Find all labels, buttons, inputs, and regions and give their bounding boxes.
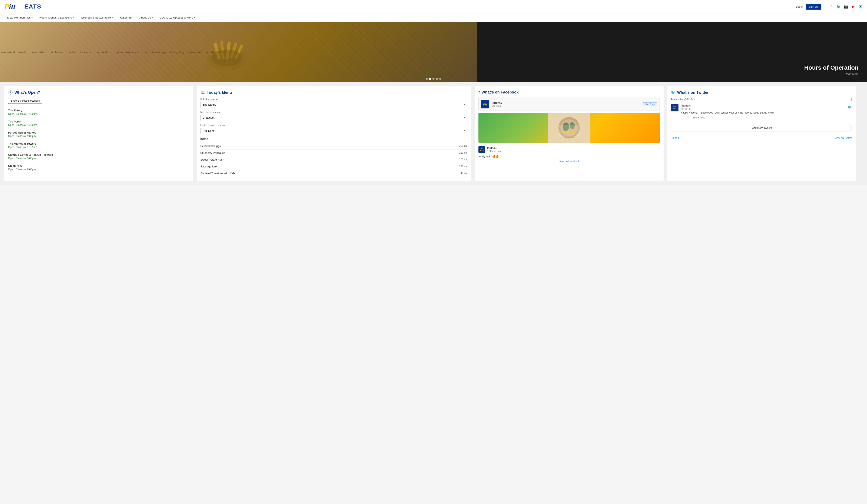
retweet-icon[interactable]: ↪ [687, 116, 689, 119]
like-icon[interactable]: ♡ [681, 116, 683, 119]
main-nav: Meal Memberships ▾ Hours, Menus & Locati… [0, 13, 867, 22]
hero-read-more[interactable]: Read more [837, 73, 858, 76]
list-item: The Market at Towers Open. Closes at 11:… [8, 140, 189, 151]
fb-like-button[interactable]: Like Page [643, 102, 657, 106]
fb-page-avatar: PITTEATS [481, 100, 489, 108]
view-on-facebook-link[interactable]: View on Facebook [479, 160, 660, 163]
menu-item-name: Blueberry Pancakes [201, 151, 225, 154]
facebook-brand-icon: f [659, 147, 660, 152]
list-item: Forbes Street Market Open. Closes at 9:0… [8, 129, 189, 140]
twitter-subheader: Tweets by @PittEats ℹ [671, 98, 852, 101]
list-item: Chick-fil-A Open. Closes at 8:00pm. [8, 162, 189, 173]
youtube-icon[interactable]: ▶ [851, 4, 856, 9]
location-select[interactable]: The Eatery [201, 101, 468, 108]
location-name: The Perch [8, 120, 189, 123]
location-name: The Market at Towers [8, 142, 189, 145]
menu-item-name: Scrambled Eggs [201, 144, 221, 148]
fb-likes-count: 540 likes [491, 105, 641, 107]
station-selector-group: Lastly, choose a station 446 Diner [201, 124, 468, 134]
items-title: Items [201, 137, 468, 141]
fb-post-info: PittEats 17 hours ago [487, 147, 657, 152]
menu-item: Scrambled Eggs 200 cal [201, 143, 468, 150]
location-status: Open. Closes at 10:00pm. [8, 124, 189, 127]
station-select[interactable]: 446 Diner [201, 127, 468, 134]
location-name: Campus Coffee & Tea Co - Towers [8, 153, 189, 156]
twitter-header: 🐦 What's on Twitter [671, 90, 852, 95]
menu-item-cal: 40 cal [461, 172, 467, 175]
hero-dot-1[interactable] [426, 78, 428, 80]
twitter-footer: Embed View on Twitter [671, 134, 852, 140]
meal-select[interactable]: Breakfast [201, 114, 468, 121]
nav-hours-menus[interactable]: Hours, Menus & Locations ▾ [36, 13, 77, 22]
chevron-down-icon: ▾ [112, 17, 113, 19]
location-status: Open. Closes at 8:00pm. [8, 168, 189, 171]
chevron-down-icon: ▾ [152, 17, 153, 19]
station-label: Lastly, choose a station [201, 124, 468, 126]
info-icon[interactable]: ℹ [851, 98, 852, 101]
tweet-actions: ♡ ↪ Sep 9, 2021 [681, 116, 852, 119]
hero-dots [426, 78, 441, 80]
tweet-date: Sep 9, 2021 [693, 116, 705, 119]
nav-catering[interactable]: Catering ▾ [117, 13, 136, 22]
twitter-handle[interactable]: @PittEats [684, 98, 696, 101]
signup-button[interactable]: Sign Up [806, 4, 821, 10]
load-more-tweets-button[interactable]: Load more Tweets [671, 125, 852, 131]
twitter-card: 🐦 What's on Twitter Tweets by @PittEats … [667, 86, 856, 181]
hero-dot-5[interactable] [439, 78, 441, 80]
nav-wellness[interactable]: Wellness & Sustainability ▾ [77, 13, 116, 22]
facebook-card: f What's on Facebook PITTEATS PittEats 5… [474, 86, 664, 181]
hero-dot-2[interactable] [429, 78, 431, 80]
location-label: Select a location [201, 98, 468, 100]
tweets-by-label: Tweets by @PittEats [671, 98, 696, 101]
hero-dot-3[interactable] [432, 78, 435, 80]
meal-label: Next, select a meal [201, 111, 468, 113]
location-status: Open. Closes at 9:00pm. [8, 135, 189, 138]
tweet-item: PITTEATS Pitt Eats @PittEats 🐦 Happy Nat… [671, 104, 852, 122]
list-item: The Eatery Open. Closes at 12:00am. [8, 107, 189, 118]
location-name: Forbes Street Market [8, 131, 189, 134]
chevron-down-icon: ▾ [131, 17, 132, 19]
login-button[interactable]: Log in [796, 4, 803, 10]
twitter-title: What's on Twitter [677, 90, 709, 95]
menu-item: Sweet Potato Hash 100 cal [201, 156, 468, 163]
embed-link[interactable]: Embed [671, 137, 679, 140]
pitt-logo[interactable]: Pitt [4, 2, 15, 11]
whats-open-title: What's Open? [14, 90, 40, 95]
hero-cta-panel: Hours of Operation Read more [477, 22, 867, 82]
eats-logo: EATS [24, 3, 42, 10]
tweet-author-name: Pitt Eats [681, 104, 691, 107]
by-label: by [680, 98, 683, 101]
view-on-twitter-link[interactable]: View on Twitter [835, 137, 852, 140]
menu-item-name: Sweet Potato Hash [201, 158, 224, 161]
nav-about-us[interactable]: About Us ▾ [136, 13, 156, 22]
auth-buttons: Log in Sign Up [796, 4, 821, 10]
show-closed-button[interactable]: Show 14 closed locations [8, 98, 42, 104]
svg-rect-15 [558, 125, 580, 137]
menu-items-section: Items Scrambled Eggs 200 cal Blueberry P… [201, 137, 468, 177]
fb-post-time: 17 hours ago [487, 150, 657, 152]
whats-open-card: 🕐 What's Open? Show 14 closed locations … [4, 86, 193, 181]
menu-item-name: Sausage Link [201, 165, 217, 168]
hero-food-image: true friend. true b true wonder. true ch… [0, 22, 477, 82]
chevron-down-icon: ▾ [73, 17, 74, 19]
tweet-avatar: PITTEATS [671, 104, 678, 111]
fb-post-avatar: PITTEATS [479, 146, 485, 153]
location-selector-group: Select a location The Eatery [201, 98, 468, 108]
meal-selector-group: Next, select a meal Breakfast [201, 111, 468, 121]
tweet-author-handle: @PittEats [681, 108, 691, 110]
facebook-icon[interactable]:  [829, 4, 834, 9]
menu-item-cal: 290 cal [459, 165, 467, 168]
menu-item-cal: 200 cal [459, 144, 467, 148]
location-status: Open. Closes at 9:00pm. [8, 157, 189, 160]
instagram-icon[interactable]: 📷 [844, 4, 848, 9]
email-icon[interactable]: ✉ [858, 4, 863, 9]
nav-meal-memberships[interactable]: Meal Memberships ▾ [4, 13, 35, 22]
twitter-icon: 🐦 [848, 105, 852, 109]
twitter-icon[interactable]: 🐦 [836, 4, 841, 9]
list-item: Campus Coffee & Tea Co - Towers Open. Cl… [8, 151, 189, 162]
hero-dot-4[interactable] [436, 78, 438, 80]
nav-covid[interactable]: COVID-19 Updates & More ▾ [157, 13, 198, 22]
menu-item: Blueberry Pancakes 110 cal [201, 150, 468, 156]
header-right: Log in Sign Up  🐦 📷 ▶ ✉ [796, 4, 863, 10]
header: Pitt EATS Log in Sign Up  🐦 📷 ▶ ✉ [0, 0, 867, 13]
